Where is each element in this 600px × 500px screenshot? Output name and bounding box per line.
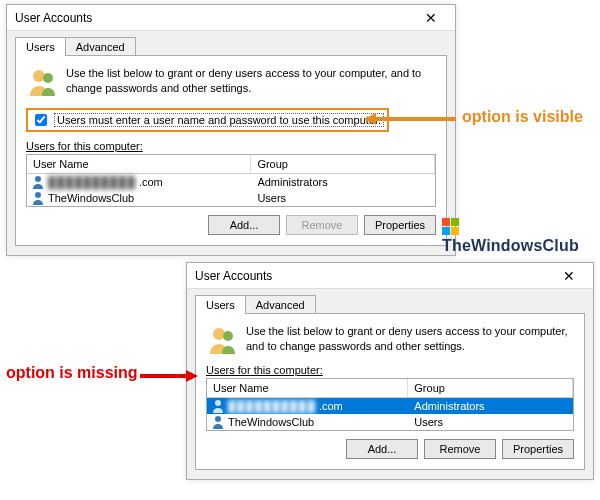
list-item[interactable]: ██████████.com Administrators (27, 174, 435, 190)
list-item[interactable]: ██████████.com Administrators (207, 398, 573, 414)
close-icon[interactable]: ✕ (411, 6, 451, 30)
intro-text: Use the list below to grant or deny user… (66, 66, 436, 96)
username-suffix: .com (319, 400, 343, 412)
col-group[interactable]: Group (408, 379, 573, 397)
svg-point-0 (33, 70, 45, 82)
add-button[interactable]: Add... (346, 439, 418, 459)
user-icon (31, 191, 45, 205)
arrow-icon (364, 113, 376, 125)
watermark-text: TheWindowsClub (442, 237, 579, 254)
tab-panel-users: Use the list below to grant or deny user… (15, 55, 447, 246)
tab-advanced[interactable]: Advanced (245, 295, 316, 314)
users-icon (206, 324, 238, 358)
tab-panel-users: Use the list below to grant or deny user… (195, 313, 585, 470)
user-icon (31, 175, 45, 189)
tabstrip: Users Advanced (7, 31, 455, 56)
svg-point-4 (213, 328, 225, 340)
intro-row: Use the list below to grant or deny user… (26, 66, 436, 100)
username-cell: TheWindowsClub (228, 416, 314, 428)
annotation-missing: option is missing (6, 364, 138, 382)
titlebar: User Accounts ✕ (7, 5, 455, 31)
users-list[interactable]: User Name Group ██████████.com Administr… (206, 378, 574, 431)
users-list-label: Users for this computer: (206, 364, 574, 376)
titlebar: User Accounts ✕ (187, 263, 593, 289)
annotation-visible: option is visible (462, 108, 583, 126)
col-group[interactable]: Group (251, 155, 435, 173)
window-title: User Accounts (15, 11, 411, 25)
list-item[interactable]: TheWindowsClub Users (27, 190, 435, 206)
group-cell: Administrators (408, 400, 573, 412)
intro-row: Use the list below to grant or deny user… (206, 324, 574, 358)
users-list[interactable]: User Name Group ██████████.com Administr… (26, 154, 436, 207)
require-password-option[interactable]: Users must enter a user name and passwor… (26, 108, 389, 132)
remove-button[interactable]: Remove (424, 439, 496, 459)
require-password-label: Users must enter a user name and passwor… (54, 113, 384, 127)
arrow-icon (186, 370, 198, 382)
user-accounts-dialog-2: User Accounts ✕ Users Advanced Use the l… (186, 262, 594, 480)
group-cell: Users (251, 192, 435, 204)
col-username[interactable]: User Name (207, 379, 408, 397)
users-list-label: Users for this computer: (26, 140, 436, 152)
user-accounts-dialog-1: User Accounts ✕ Users Advanced Use the l… (6, 4, 456, 256)
intro-text: Use the list below to grant or deny user… (246, 324, 574, 354)
list-item[interactable]: TheWindowsClub Users (207, 414, 573, 430)
require-password-checkbox[interactable] (35, 114, 47, 126)
logo-icon (442, 218, 460, 236)
remove-button: Remove (286, 215, 358, 235)
username-suffix: .com (139, 176, 163, 188)
group-cell: Administrators (251, 176, 435, 188)
button-row: Add... Remove Properties (26, 215, 436, 235)
svg-point-7 (215, 416, 221, 422)
group-cell: Users (408, 416, 573, 428)
tabstrip: Users Advanced (187, 289, 593, 314)
users-icon (26, 66, 58, 100)
user-icon (211, 399, 225, 413)
button-row: Add... Remove Properties (206, 439, 574, 459)
window-title: User Accounts (195, 269, 549, 283)
watermark: TheWindowsClub (442, 218, 600, 255)
list-header: User Name Group (207, 379, 573, 398)
username-hidden: ██████████ (228, 400, 316, 412)
tab-users[interactable]: Users (15, 37, 66, 56)
arrow-line (376, 117, 456, 121)
svg-point-5 (223, 331, 233, 341)
list-header: User Name Group (27, 155, 435, 174)
col-username[interactable]: User Name (27, 155, 251, 173)
svg-point-6 (215, 400, 221, 406)
tab-users[interactable]: Users (195, 295, 246, 314)
user-icon (211, 415, 225, 429)
arrow-line (140, 374, 186, 378)
username-hidden: ██████████ (48, 176, 136, 188)
username-cell: TheWindowsClub (48, 192, 134, 204)
close-icon[interactable]: ✕ (549, 264, 589, 288)
svg-point-2 (35, 176, 41, 182)
svg-point-3 (35, 192, 41, 198)
properties-button[interactable]: Properties (364, 215, 436, 235)
properties-button[interactable]: Properties (502, 439, 574, 459)
add-button[interactable]: Add... (208, 215, 280, 235)
tab-advanced[interactable]: Advanced (65, 37, 136, 56)
svg-point-1 (43, 73, 53, 83)
